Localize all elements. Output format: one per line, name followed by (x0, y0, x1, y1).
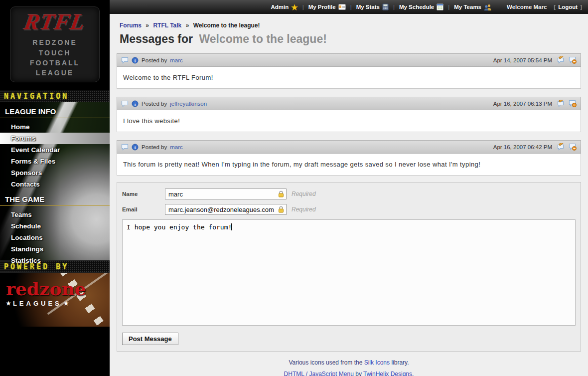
bracket: ] (580, 4, 582, 10)
logo-word: REDZONE (32, 37, 77, 47)
forum-post: i Posted by marc Apr 16, 2007 06:42 PM (117, 140, 581, 176)
dhtml-menu-link[interactable]: DHTML / JavaScript Menu (284, 371, 354, 376)
delete-comment-icon[interactable] (569, 143, 577, 151)
message-area-wrap: I hope you enjoy the forum! (122, 219, 576, 328)
footer-line1-suffix: library. (390, 359, 409, 366)
sidebar-item-event-calendar[interactable]: Event Calendar (0, 144, 110, 156)
sidebar-item-forums[interactable]: Forums (0, 133, 110, 144)
required-label: Required (292, 206, 316, 213)
brand-name: redzone (6, 280, 86, 298)
post-header: i Posted by marc Apr 16, 2007 06:42 PM (117, 140, 581, 154)
twinhelix-link[interactable]: TwinHelix Designs (363, 371, 412, 376)
logo-area: RTFL REDZONE TOUCH FOOTBALL LEAGUE (0, 0, 110, 90)
topbar-my-teams-link[interactable]: My Teams (454, 4, 492, 10)
comment-icon (121, 144, 129, 151)
admin-label: Admin (271, 4, 289, 10)
post-message-button[interactable]: Post Message (122, 333, 178, 345)
topbar-separator: | (393, 4, 395, 10)
lock-icon (278, 206, 284, 213)
main-column: Admin ★ | My Profile | My Stats (110, 0, 588, 376)
logout-link[interactable]: Logout (558, 4, 578, 10)
posted-by-label: Posted by (142, 57, 167, 63)
posted-by-label: Posted by (142, 101, 167, 107)
sidebar-item-teams[interactable]: Teams (0, 209, 110, 220)
rtfl-logo: RTFL REDZONE TOUCH FOOTBALL LEAGUE (10, 6, 100, 82)
breadcrumb-separator: » (186, 22, 189, 29)
sidebar-item-forms-files[interactable]: Forms & Files (0, 156, 110, 167)
delete-comment-icon[interactable] (569, 100, 577, 107)
posted-by-label: Posted by (142, 144, 167, 150)
lock-icon (278, 190, 284, 197)
delete-comment-icon[interactable] (569, 56, 577, 64)
sidebar-item-standings[interactable]: Standings (0, 243, 110, 255)
info-icon[interactable]: i (132, 57, 139, 64)
breadcrumb-forums-link[interactable]: Forums (120, 22, 142, 29)
logo-acronym: RTFL (22, 10, 87, 33)
post-date: Apr 16, 2007 06:42 PM (493, 144, 552, 150)
name-input-wrap (165, 188, 287, 199)
my-stats-label: My Stats (356, 4, 380, 10)
sidebar-item-locations[interactable]: Locations (0, 232, 110, 243)
topbar: Admin ★ | My Profile | My Stats (110, 0, 588, 14)
info-icon[interactable]: i (132, 144, 139, 151)
post-header: i Posted by jeffreyatkinson Apr 16, 2007… (117, 97, 581, 110)
star-icon: ★ (6, 300, 11, 307)
name-input[interactable] (165, 188, 287, 199)
topbar-admin-link[interactable]: Admin ★ (271, 3, 297, 11)
brand-text: redzone ★ LEAGUES ★ (6, 280, 86, 307)
forum-post: i Posted by jeffreyatkinson Apr 16, 2007… (117, 97, 581, 132)
breadcrumb-current: Welcome to the league! (193, 22, 260, 29)
navigation-led-banner: NAVIGATION (0, 90, 110, 102)
page-title: Messages for Welcome to the league! (117, 29, 581, 53)
name-label: Name (122, 191, 165, 197)
brand-sub-label: LEAGUES (13, 300, 62, 307)
email-input[interactable] (165, 204, 287, 215)
content-area: Forums » RTFL Talk » Welcome to the leag… (110, 14, 588, 376)
comment-icon (121, 100, 129, 107)
text-caret (231, 223, 232, 230)
required-label: Required (292, 190, 316, 197)
breadcrumb-rtfl-talk-link[interactable]: RTFL Talk (153, 22, 181, 29)
redzone-leagues-logo[interactable]: redzone ★ LEAGUES ★ (0, 273, 110, 327)
email-row: Email Required (122, 204, 576, 215)
post-date: Apr 14, 2007 05:54 PM (493, 57, 552, 63)
page-title-prefix: Messages for (120, 32, 193, 45)
nav-section-the-game: THE GAME (0, 190, 110, 206)
topbar-my-profile-link[interactable]: My Profile (308, 4, 346, 10)
sidebar-item-contacts[interactable]: Contacts (0, 179, 110, 190)
post-body: This forum is pretty neat! When I'm typi… (117, 154, 581, 176)
logo-word: TOUCH (39, 48, 71, 58)
topbar-my-schedule-link[interactable]: My Schedule (399, 3, 443, 10)
post-author-link[interactable]: marc (170, 57, 183, 63)
post-author-link[interactable]: jeffreyatkinson (170, 101, 207, 107)
topbar-separator: | (302, 4, 304, 10)
vcard-icon (338, 4, 346, 10)
page-title-topic: Welcome to the league! (199, 32, 326, 45)
silk-icons-link[interactable]: Silk Icons (364, 359, 390, 366)
post-message-form: Name Required Email (117, 182, 581, 352)
star-icon: ★ (64, 300, 69, 307)
sidebar-item-home[interactable]: Home (0, 121, 110, 133)
star-icon: ★ (291, 3, 297, 11)
info-icon[interactable]: i (132, 100, 139, 107)
edit-comment-icon[interactable] (557, 143, 566, 151)
sidebar-item-schedule[interactable]: Schedule (0, 220, 110, 232)
powered-by-led-banner: POWERED BY (0, 260, 110, 273)
comment-icon (121, 57, 129, 64)
calendar-icon (437, 3, 443, 10)
edit-comment-icon[interactable] (557, 100, 566, 107)
sidebar-item-sponsors[interactable]: Sponsors (0, 167, 110, 179)
topbar-separator: | (350, 4, 352, 10)
post-header: i Posted by marc Apr 14, 2007 05:54 PM (117, 53, 581, 67)
post-author-link[interactable]: marc (170, 144, 183, 150)
breadcrumb-separator: » (146, 22, 149, 29)
footer-line2-mid: by (354, 371, 363, 376)
message-textarea[interactable]: I hope you enjoy the forum! (122, 219, 576, 326)
sidebar: RTFL REDZONE TOUCH FOOTBALL LEAGUE NAVIG… (0, 0, 110, 376)
my-schedule-label: My Schedule (399, 4, 434, 10)
forum-post: i Posted by marc Apr 14, 2007 05:54 PM (117, 53, 581, 89)
edit-comment-icon[interactable] (557, 56, 566, 64)
topbar-my-stats-link[interactable]: My Stats (356, 3, 389, 10)
footer-line1: Various icons used from the Silk Icons l… (117, 359, 581, 366)
app-window: RTFL REDZONE TOUCH FOOTBALL LEAGUE NAVIG… (0, 0, 588, 376)
